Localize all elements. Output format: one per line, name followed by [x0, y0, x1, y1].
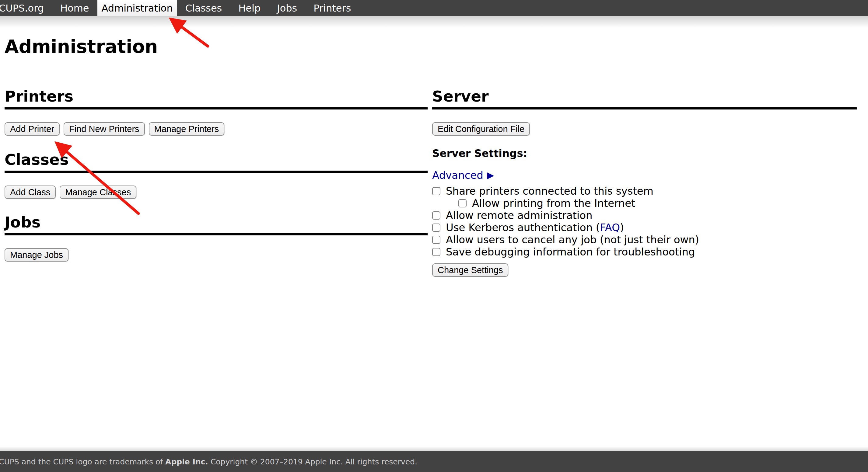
content-columns: Printers Add Printer Find New Printers M… [5, 88, 857, 277]
advanced-link[interactable]: Advanced ▶ [432, 169, 494, 181]
manage-printers-button[interactable]: Manage Printers [149, 122, 225, 136]
nav-item-jobs[interactable]: Jobs [269, 0, 305, 16]
add-printer-button[interactable]: Add Printer [5, 122, 60, 136]
left-column: Printers Add Printer Find New Printers M… [5, 88, 428, 262]
allow-internet-printing-row: Allow printing from the Internet [458, 197, 857, 209]
nav-item-cups-org[interactable]: CUPS.org [0, 0, 52, 16]
allow-internet-printing-label: Allow printing from the Internet [472, 197, 635, 209]
faq-link[interactable]: FAQ [600, 222, 620, 234]
top-navigation: CUPS.org Home Administration Classes Hel… [0, 0, 868, 16]
footer-gradient [0, 446, 868, 451]
nav-item-administration[interactable]: Administration [97, 0, 177, 16]
jobs-button-row: Manage Jobs [5, 248, 428, 262]
kerberos-label-text: Use Kerberos authentication ( [446, 222, 600, 234]
cancel-any-job-checkbox[interactable] [432, 236, 440, 244]
printers-heading: Printers [5, 88, 428, 109]
server-column: Server Edit Configuration File Server Se… [432, 88, 857, 277]
footer-apple-bold: Apple Inc. [165, 458, 208, 466]
remote-administration-row: Allow remote administration [432, 209, 857, 222]
triangle-right-icon: ▶ [487, 171, 494, 180]
save-debugging-label: Save debugging information for troublesh… [446, 246, 695, 258]
kerberos-authentication-row: Use Kerberos authentication (FAQ) [432, 222, 857, 234]
printers-button-row: Add Printer Find New Printers Manage Pri… [5, 122, 428, 136]
allow-internet-printing-checkbox[interactable] [458, 199, 467, 207]
nav-item-printers[interactable]: Printers [305, 0, 359, 16]
save-debugging-row: Save debugging information for troublesh… [432, 246, 857, 258]
server-heading: Server [432, 88, 857, 109]
kerberos-label-close-paren: ) [620, 222, 624, 234]
nav-item-help[interactable]: Help [230, 0, 269, 16]
share-printers-checkbox[interactable] [432, 187, 440, 195]
manage-jobs-button[interactable]: Manage Jobs [5, 248, 68, 262]
cancel-any-job-label: Allow users to cancel any job (not just … [446, 234, 699, 246]
footer-copyright-text: Copyright © 2007–2019 Apple Inc. All rig… [208, 458, 417, 466]
footer: CUPS and the CUPS logo are trademarks of… [0, 451, 868, 472]
save-debugging-checkbox[interactable] [432, 248, 440, 256]
nav-gradient [0, 16, 868, 28]
nav-item-classes[interactable]: Classes [177, 0, 230, 16]
add-class-button[interactable]: Add Class [5, 186, 56, 199]
change-settings-row: Change Settings [432, 263, 857, 277]
server-settings-label: Server Settings: [432, 147, 857, 159]
advanced-link-label: Advanced [432, 169, 483, 181]
change-settings-button[interactable]: Change Settings [432, 263, 508, 277]
kerberos-authentication-label: Use Kerberos authentication (FAQ) [446, 222, 624, 234]
cups-admin-page: CUPS.org Home Administration Classes Hel… [0, 0, 868, 472]
jobs-heading: Jobs [5, 214, 428, 235]
footer-text: CUPS and the CUPS logo are trademarks of… [0, 458, 417, 466]
edit-configuration-file-button[interactable]: Edit Configuration File [432, 122, 530, 136]
classes-heading: Classes [5, 151, 428, 173]
share-printers-row: Share printers connected to this system [432, 185, 857, 197]
printers-section: Printers Add Printer Find New Printers M… [5, 88, 428, 136]
classes-section: Classes Add Class Manage Classes [5, 151, 428, 199]
page-title: Administration [5, 36, 158, 57]
kerberos-authentication-checkbox[interactable] [432, 224, 440, 232]
manage-classes-button[interactable]: Manage Classes [60, 186, 136, 199]
remote-administration-label: Allow remote administration [446, 209, 593, 222]
server-section: Server Edit Configuration File Server Se… [432, 88, 857, 277]
nav-item-home[interactable]: Home [52, 0, 97, 16]
jobs-section: Jobs Manage Jobs [5, 214, 428, 262]
footer-trademark-text: CUPS and the CUPS logo are trademarks of [0, 458, 165, 466]
find-new-printers-button[interactable]: Find New Printers [64, 122, 145, 136]
classes-button-row: Add Class Manage Classes [5, 186, 428, 199]
server-button-row: Edit Configuration File [432, 122, 857, 136]
server-settings-checkboxes: Share printers connected to this system … [432, 185, 857, 258]
remote-administration-checkbox[interactable] [432, 211, 440, 220]
cancel-any-job-row: Allow users to cancel any job (not just … [432, 234, 857, 246]
share-printers-label: Share printers connected to this system [446, 185, 653, 197]
